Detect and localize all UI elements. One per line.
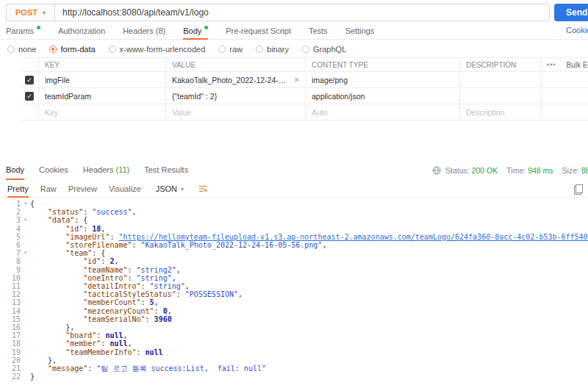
tab-body[interactable]: Body bbox=[183, 24, 208, 39]
fold-spacer bbox=[21, 373, 30, 381]
form-data-table: KEY VALUE CONTENT TYPE DESCRIPTION ••• B… bbox=[21, 57, 588, 120]
method-select[interactable]: POST ▾ bbox=[6, 4, 54, 21]
view-tab-visualize[interactable]: Visualize bbox=[109, 181, 141, 197]
tab-params[interactable]: Params bbox=[6, 24, 40, 39]
tab-tests[interactable]: Tests bbox=[309, 24, 328, 39]
content-type-cell[interactable]: application/json bbox=[305, 88, 459, 104]
code-line: 7▾ "team": { bbox=[0, 249, 588, 257]
body-mode-graphql[interactable]: GraphQL bbox=[302, 45, 346, 54]
request-bar: POST ▾ Send bbox=[6, 4, 588, 21]
tab-authorization[interactable]: Authorization bbox=[58, 24, 105, 39]
send-button[interactable]: Send bbox=[554, 4, 588, 21]
code-line: 20 }, bbox=[0, 356, 588, 364]
response-tabs: BodyCookiesHeaders (11)Test Results bbox=[0, 162, 194, 179]
network-globe-icon bbox=[432, 166, 441, 175]
fold-spacer bbox=[21, 241, 30, 249]
body-mode-raw[interactable]: raw bbox=[218, 45, 243, 54]
body-mode-none[interactable]: none bbox=[7, 45, 36, 54]
more-options-icon[interactable]: ••• bbox=[547, 61, 556, 68]
fold-spacer bbox=[21, 282, 30, 290]
row-checkbox-cell: ✓ bbox=[21, 72, 38, 87]
line-number: 19 bbox=[0, 348, 21, 356]
cookies-link[interactable]: Cookies bbox=[566, 26, 588, 35]
view-tab-pretty[interactable]: Pretty bbox=[7, 181, 29, 197]
description-cell[interactable] bbox=[459, 88, 540, 104]
fold-spacer bbox=[21, 339, 30, 348]
value-cell[interactable]: {"teamId" : 2} bbox=[165, 88, 305, 104]
tab-settings[interactable]: Settings bbox=[345, 24, 375, 39]
response-tab-headers-11[interactable]: Headers (11) bbox=[83, 162, 129, 179]
line-number: 3 bbox=[0, 216, 21, 224]
fold-spacer bbox=[21, 298, 30, 306]
code-line: 14 "mezcenaryCount": 0, bbox=[0, 307, 588, 315]
code-text: "tacticalStyleStatus": "POSSESSION", bbox=[30, 290, 243, 298]
fold-spacer bbox=[21, 266, 30, 274]
description-cell[interactable]: Description bbox=[459, 104, 540, 120]
row-actions bbox=[540, 72, 588, 87]
code-line: 21 "message": "팀 로고 등록 success:List, fai… bbox=[0, 364, 588, 373]
response-tab-test-results[interactable]: Test Results bbox=[144, 162, 188, 179]
content-type-cell[interactable]: image/png bbox=[305, 72, 459, 87]
tab-pre-request-script[interactable]: Pre-request Script bbox=[226, 24, 291, 39]
row-checkbox[interactable]: ✓ bbox=[25, 76, 34, 84]
fold-icon[interactable]: ▾ bbox=[21, 216, 30, 224]
body-mode-form-data[interactable]: form-data bbox=[49, 45, 95, 54]
code-text: "mezcenaryCount": 0, bbox=[30, 307, 172, 315]
row-checkbox[interactable]: ✓ bbox=[25, 92, 34, 101]
key-cell[interactable]: imgFile bbox=[38, 72, 165, 87]
fold-spacer bbox=[21, 290, 30, 298]
remove-file-icon[interactable]: × bbox=[294, 75, 299, 85]
copy-response-icon[interactable] bbox=[574, 184, 583, 195]
size-label: Size: bbox=[562, 166, 579, 175]
body-mode-label: raw bbox=[229, 45, 243, 54]
fold-spacer bbox=[21, 233, 30, 241]
value-text: KakaoTalk_Photo_2022-12-24-16-05-56.png bbox=[172, 76, 290, 84]
body-mode-x-www-form-urlencoded[interactable]: x-www-form-urlencoded bbox=[109, 45, 206, 54]
table-row: ✓teamIdParam{"teamId" : 2}application/js… bbox=[21, 88, 588, 104]
description-cell[interactable] bbox=[459, 72, 540, 87]
code-text: "id": 2, bbox=[30, 257, 118, 265]
code-line: 22} bbox=[0, 373, 588, 381]
response-tab-body[interactable]: Body bbox=[6, 162, 24, 179]
tab-headers-8[interactable]: Headers (8) bbox=[123, 24, 165, 39]
radio-icon bbox=[256, 46, 263, 53]
url-input[interactable] bbox=[54, 4, 550, 21]
code-text: "data": { bbox=[30, 216, 87, 224]
radio-icon bbox=[109, 46, 116, 53]
line-number: 21 bbox=[0, 364, 21, 373]
code-text: "oneIntro": "string", bbox=[30, 274, 176, 282]
content-dot bbox=[37, 26, 40, 29]
wrap-text-icon[interactable] bbox=[198, 181, 208, 197]
response-tab-cookies[interactable]: Cookies bbox=[39, 162, 68, 179]
fold-spacer bbox=[21, 307, 30, 315]
content-dot bbox=[204, 26, 208, 29]
content-type-cell[interactable]: Auto bbox=[305, 104, 459, 120]
fold-icon[interactable]: ▾ bbox=[21, 200, 30, 208]
body-mode-binary[interactable]: binary bbox=[256, 45, 289, 54]
request-tabs: ParamsAuthorizationHeaders (8)BodyPre-re… bbox=[0, 24, 588, 40]
code-text: "memberCount": 5, bbox=[30, 298, 159, 306]
code-line: 15 "teamSerialNo": 3960 bbox=[0, 315, 588, 323]
body-mode-label: form-data bbox=[60, 45, 95, 54]
code-line: 3▾ "data": { bbox=[0, 216, 588, 224]
value-text: {"teamId" : 2} bbox=[172, 92, 217, 101]
format-select[interactable]: JSON ▾ bbox=[156, 181, 184, 197]
bulk-edit-link[interactable]: Bulk Edit bbox=[566, 61, 588, 69]
tab-label: Authorization bbox=[58, 26, 105, 35]
view-tab-raw[interactable]: Raw bbox=[40, 181, 57, 197]
fold-icon[interactable]: ▾ bbox=[21, 249, 30, 257]
key-cell[interactable]: teamIdParam bbox=[38, 88, 165, 104]
fold-spacer bbox=[21, 364, 30, 373]
view-tab-preview[interactable]: Preview bbox=[68, 181, 97, 197]
fold-spacer bbox=[21, 208, 30, 216]
fold-spacer bbox=[21, 348, 30, 356]
code-text: "id": 18, bbox=[30, 225, 105, 233]
status-value: 200 OK bbox=[472, 166, 498, 175]
code-line: 2 "status": "success", bbox=[0, 208, 588, 216]
tab-label: Cookies bbox=[39, 165, 68, 174]
value-cell[interactable]: Value bbox=[165, 104, 305, 120]
line-number: 16 bbox=[0, 323, 21, 331]
key-cell[interactable]: Key bbox=[38, 104, 165, 120]
code-line: 17 "board": null, bbox=[0, 331, 588, 339]
value-cell[interactable]: KakaoTalk_Photo_2022-12-24-16-05-56.png× bbox=[165, 72, 305, 87]
